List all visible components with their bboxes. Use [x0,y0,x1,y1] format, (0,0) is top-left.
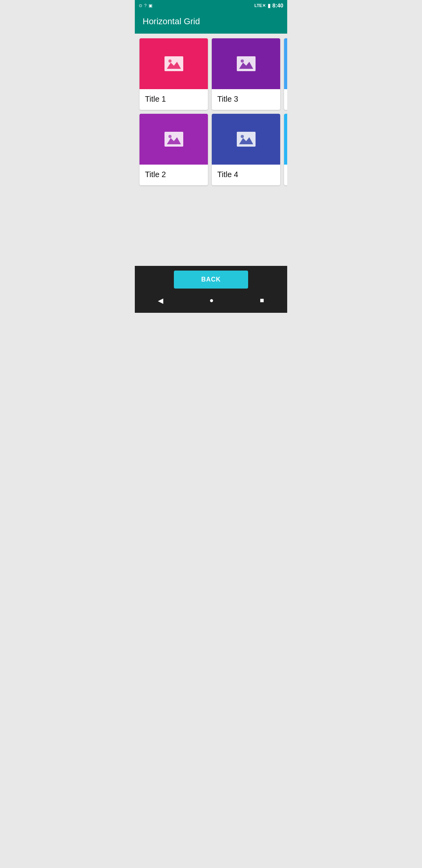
back-button[interactable]: BACK [174,271,248,289]
card-image-3 [212,38,280,89]
grid-scroll: Title 1 Title 3 Title 5 Title 2 [139,38,287,185]
grid-card-6[interactable]: Title 6 [284,114,287,185]
svg-rect-12 [237,132,256,147]
nav-bar [135,292,287,308]
card-image-1 [139,38,208,89]
card-title-4: Title 4 [212,165,280,185]
nav-recent-button[interactable] [252,295,272,307]
grid-card-4[interactable]: Title 4 [212,114,280,185]
grid-container: Title 1 Title 3 Title 5 Title 2 [135,34,287,266]
signal-icon: ? [144,3,147,8]
grid-card-2[interactable]: Title 2 [139,114,208,185]
battery-icon: ▮ [268,3,270,9]
status-time: 8:40 [272,2,283,9]
bottom-bar: BACK [135,266,287,313]
wifi-icon: ⊙ [139,3,142,8]
svg-point-5 [241,59,244,63]
page-title: Horizontal Grid [143,16,279,27]
card-title-3: Title 3 [212,89,280,110]
svg-rect-3 [237,56,256,71]
card-title-1: Title 1 [139,89,208,110]
card-title-6: Title 6 [284,165,287,185]
card-title-5: Title 5 [284,89,287,110]
svg-point-11 [168,135,172,138]
status-bar: ⊙ ? ▣ LTE✕ ▮ 8:40 [135,0,287,11]
sim-icon: ▣ [148,3,152,8]
image-placeholder-icon [236,131,256,147]
image-placeholder-icon [236,56,256,72]
card-title-2: Title 2 [139,165,208,185]
card-image-6 [284,114,287,165]
svg-rect-0 [165,56,183,71]
image-placeholder-icon [164,56,184,72]
card-image-4 [212,114,280,165]
card-image-5 [284,38,287,89]
nav-back-button[interactable] [150,295,171,307]
status-left-icons: ⊙ ? ▣ [139,3,152,8]
grid-card-5[interactable]: Title 5 [284,38,287,110]
svg-point-14 [241,135,244,138]
svg-rect-9 [165,132,183,147]
status-right-icons: LTE✕ ▮ 8:40 [254,2,283,9]
nav-home-button[interactable] [202,295,222,307]
grid-card-3[interactable]: Title 3 [212,38,280,110]
lte-icon: LTE✕ [254,3,266,8]
svg-point-2 [168,59,172,63]
card-image-2 [139,114,208,165]
image-placeholder-icon [164,131,184,147]
app-bar: Horizontal Grid [135,11,287,34]
grid-card-1[interactable]: Title 1 [139,38,208,110]
